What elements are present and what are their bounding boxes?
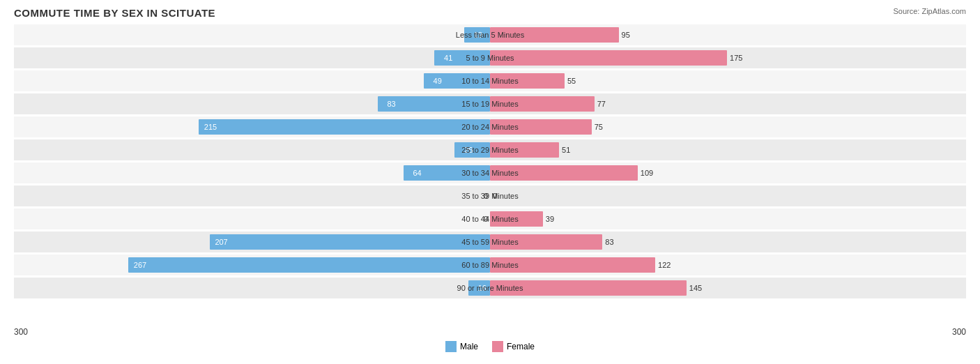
chart-area: Less than 5 Minutes19955 to 9 Minutes411… [14,24,966,324]
axis-right: 300 [952,327,966,337]
value-female: 95 [622,31,630,39]
legend: Male Female [14,341,966,352]
value-male: 26 [464,146,473,154]
value-female: 83 [605,238,613,246]
value-male: 41 [444,54,452,62]
bar-female [490,27,619,43]
table-row: 35 to 39 Minutes00 [14,185,966,206]
table-row: 15 to 19 Minutes8377 [14,93,966,114]
table-row: 20 to 24 Minutes21575 [14,116,966,137]
table-row: 30 to 34 Minutes64109 [14,162,966,183]
row-label: 35 to 39 Minutes [461,192,518,200]
value-male: 49 [434,77,442,85]
value-male: 267 [134,261,146,269]
table-row: 25 to 29 Minutes2651 [14,139,966,160]
table-row: Less than 5 Minutes1995 [14,24,966,45]
table-row: 10 to 14 Minutes4955 [14,70,966,91]
value-female: 39 [546,215,554,223]
table-row: 40 to 44 Minutes039 [14,208,966,229]
value-female: 77 [597,100,606,108]
bar-female [490,257,655,273]
bar-female [490,96,595,112]
source-label: Source: ZipAtlas.com [893,7,966,15]
legend-female-label: Female [507,342,535,351]
bar-female [490,119,592,135]
legend-male: Male [445,341,478,352]
bar-female [490,142,559,158]
value-female: 51 [562,146,570,154]
value-female: 122 [658,261,671,269]
value-female: 175 [730,54,742,62]
value-male: 64 [413,169,421,177]
bar-male [434,50,490,66]
legend-female: Female [492,341,535,352]
bar-female [490,234,602,250]
legend-male-label: Male [460,342,478,351]
table-row: 45 to 59 Minutes20783 [14,232,966,252]
table-row: 5 to 9 Minutes41175 [14,47,966,68]
value-male: 19 [474,31,482,39]
bar-female [490,165,638,181]
bar-male [210,234,490,250]
value-male: 16 [478,284,487,292]
bar-female [490,50,727,66]
axis-left: 300 [14,327,28,337]
axis-labels: 300 300 [14,327,966,337]
chart-title: COMMUTE TIME BY SEX IN SCITUATE [14,7,966,19]
chart-container: COMMUTE TIME BY SEX IN SCITUATE Source: … [0,0,980,364]
value-male: 207 [215,238,227,246]
table-row: 60 to 89 Minutes267122 [14,255,966,275]
value-female: 0 [493,192,497,200]
value-female: 145 [689,284,702,292]
value-male: 215 [204,123,217,131]
value-male: 0 [484,192,488,200]
bar-male [128,257,490,273]
value-female: 75 [595,123,603,131]
legend-male-box [445,341,457,352]
value-male: 0 [484,215,488,223]
value-female: 55 [567,77,576,85]
bar-female [490,280,687,296]
table-row: 90 or more Minutes16145 [14,278,966,298]
value-male: 83 [387,100,395,108]
bar-female [490,73,565,89]
legend-female-box [492,341,503,352]
value-female: 109 [641,169,653,177]
bar-male [199,119,490,135]
bar-female [490,211,543,227]
